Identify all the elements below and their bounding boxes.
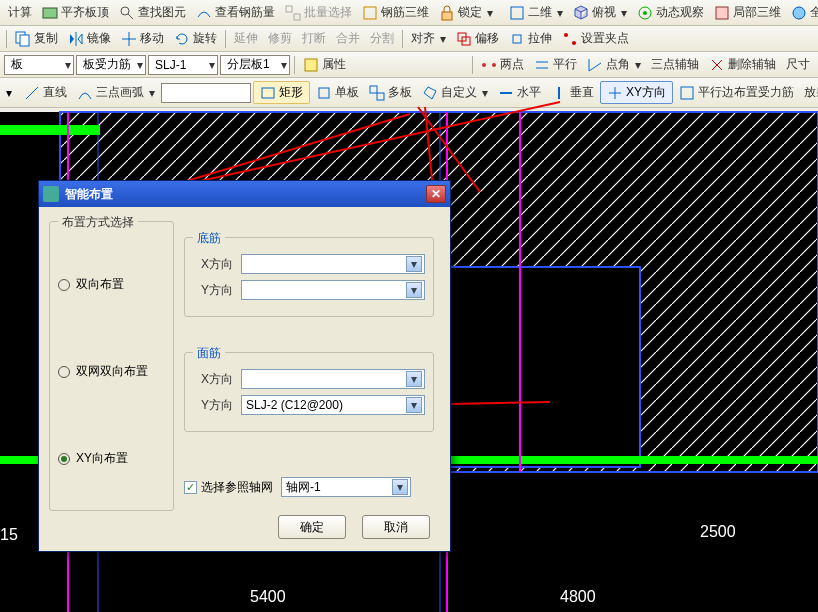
bottom-rebar-group: 底筋 X方向 ▾ Y方向 ▾ — [184, 237, 434, 317]
tb-line[interactable]: 直线 — [20, 82, 71, 103]
cancel-button[interactable]: 取消 — [362, 515, 430, 539]
tb-2d[interactable]: 二维▾ — [505, 2, 567, 23]
svg-point-24 — [492, 63, 496, 67]
tb-offset[interactable]: 偏移 — [452, 28, 503, 49]
tb-stretch[interactable]: 拉伸 — [505, 28, 556, 49]
svg-rect-31 — [377, 93, 384, 100]
dd-rebar-type[interactable]: 板受力筋▾ — [76, 55, 146, 75]
dd-layer[interactable]: 分层板1▾ — [220, 55, 290, 75]
tb-orbit[interactable]: 动态观察 — [633, 2, 708, 23]
svg-line-27 — [26, 87, 38, 99]
tb-parallel[interactable]: 平行 — [530, 54, 581, 75]
bottom-x-combo[interactable]: ▾ — [241, 254, 425, 274]
2pt-icon — [481, 57, 497, 73]
tb-extend[interactable]: 延伸 — [230, 28, 262, 49]
toolbar-row-2: 复制 镜像 移动 旋转 延伸 修剪 打断 合并 分割 对齐▾ 偏移 拉伸 设置夹… — [0, 26, 818, 52]
top-y-combo[interactable]: SLJ-2 (C12@200)▾ — [241, 395, 425, 415]
tb-split[interactable]: 分割 — [366, 28, 398, 49]
tb-dim[interactable]: 尺寸 — [782, 54, 814, 75]
tb-rotate[interactable]: 旋转 — [170, 28, 221, 49]
move-icon — [121, 31, 137, 47]
tb-rebar-qty[interactable]: 查看钢筋量 — [192, 2, 279, 23]
bottom-x-label: X方向 — [193, 256, 233, 273]
cube-icon — [573, 5, 589, 21]
bottom-rebar-label: 底筋 — [193, 230, 225, 247]
tb-merge[interactable]: 合并 — [332, 28, 364, 49]
dd-slab[interactable]: 板▾ — [4, 55, 74, 75]
top-x-label: X方向 — [193, 371, 233, 388]
copy-icon — [15, 31, 31, 47]
dd-shape[interactable] — [161, 83, 251, 103]
tb-copy[interactable]: 复制 — [11, 28, 62, 49]
dialog-close-button[interactable]: ✕ — [426, 185, 446, 203]
mode-group-label: 布置方式选择 — [58, 214, 138, 231]
top-rebar-label: 面筋 — [193, 345, 225, 362]
tb-rebar-3d[interactable]: 钢筋三维 — [358, 2, 433, 23]
tb-radial[interactable]: 放射筋 — [800, 82, 818, 103]
tb-horiz[interactable]: 水平 — [494, 82, 545, 103]
bottom-y-label: Y方向 — [193, 282, 233, 299]
batch-icon — [285, 5, 301, 21]
tb-local-3d[interactable]: 局部三维 — [710, 2, 785, 23]
tb-grip[interactable]: 设置夹点 — [558, 28, 633, 49]
btn-xy-dir[interactable]: XY方向 — [600, 81, 673, 104]
ok-button[interactable]: 确定 — [278, 515, 346, 539]
tb-del-aux[interactable]: 删除辅轴 — [705, 54, 780, 75]
tb-move[interactable]: 移动 — [117, 28, 168, 49]
lock-icon — [439, 5, 455, 21]
tb-align[interactable]: 对齐▾ — [407, 28, 450, 49]
btn-rect[interactable]: 矩形 — [253, 81, 310, 104]
dd-slj[interactable]: SLJ-1▾ — [148, 55, 218, 75]
ref-axis-checkbox[interactable]: ✓选择参照轴网 — [184, 479, 273, 496]
smart-place-dialog: 智能布置 ✕ 布置方式选择 双向布置 双网双向布置 XY向布置 底筋 X方向 ▾… — [38, 180, 451, 552]
bottom-y-combo[interactable]: ▾ — [241, 280, 425, 300]
radio-xy-dir[interactable]: XY向布置 — [58, 450, 165, 467]
svg-point-23 — [482, 63, 486, 67]
tb-multi-slab[interactable]: 多板 — [365, 82, 416, 103]
tb-trim[interactable]: 修剪 — [264, 28, 296, 49]
tb-mirror[interactable]: 镜像 — [64, 28, 115, 49]
ref-axis-combo[interactable]: 轴网-1▾ — [281, 477, 411, 497]
tb-property[interactable]: 属性 — [299, 54, 350, 75]
stretch-icon — [509, 31, 525, 47]
svg-point-11 — [793, 7, 805, 19]
tb-calc[interactable]: 计算 — [4, 2, 36, 23]
tb-3pt-aux[interactable]: 三点辅轴 — [647, 54, 703, 75]
offset-icon — [456, 31, 472, 47]
tb-custom[interactable]: 自定义▾ — [418, 82, 492, 103]
tb-3pt-arc[interactable]: 三点画弧▾ — [73, 82, 159, 103]
orbit-icon — [637, 5, 653, 21]
tb-flat-slab[interactable]: 平齐板顶 — [38, 2, 113, 23]
svg-rect-6 — [442, 12, 452, 20]
tb-top-view[interactable]: 俯视▾ — [569, 2, 631, 23]
radio-two-way[interactable]: 双向布置 — [58, 276, 165, 293]
tb-break[interactable]: 打断 — [298, 28, 330, 49]
pedge-icon — [679, 85, 695, 101]
tb-vert[interactable]: 垂直 — [547, 82, 598, 103]
tb-2pt[interactable]: 两点 — [477, 54, 528, 75]
sphere-icon — [791, 5, 807, 21]
radio-double-net[interactable]: 双网双向布置 — [58, 363, 165, 380]
tb-batch-select[interactable]: 批量选择 — [281, 2, 356, 23]
tb-find-elem[interactable]: 查找图元 — [115, 2, 190, 23]
dialog-titlebar[interactable]: 智能布置 ✕ — [39, 181, 450, 207]
d3-icon — [362, 5, 378, 21]
svg-point-21 — [572, 41, 576, 45]
tb-parallel-edge[interactable]: 平行边布置受力筋 — [675, 82, 798, 103]
svg-rect-19 — [513, 35, 521, 43]
svg-rect-36 — [681, 87, 693, 99]
tb-all[interactable]: 全 — [787, 2, 818, 23]
top-y-label: Y方向 — [193, 397, 233, 414]
svg-point-9 — [643, 11, 647, 15]
tb-pt-angle[interactable]: 点角▾ — [583, 54, 645, 75]
tb-single-slab[interactable]: 单板 — [312, 82, 363, 103]
tb-lock[interactable]: 锁定▾ — [435, 2, 497, 23]
svg-point-20 — [564, 33, 568, 37]
dim-4800: 4800 — [560, 588, 596, 605]
dim-5400: 5400 — [250, 588, 286, 605]
rotate-icon — [174, 31, 190, 47]
top-x-combo[interactable]: ▾ — [241, 369, 425, 389]
line-icon — [24, 85, 40, 101]
svg-rect-0 — [43, 8, 57, 18]
toolbar-row-4: ▾ 直线 三点画弧▾ 矩形 单板 多板 自定义▾ 水平 垂直 XY方向 平行边布… — [0, 78, 818, 108]
